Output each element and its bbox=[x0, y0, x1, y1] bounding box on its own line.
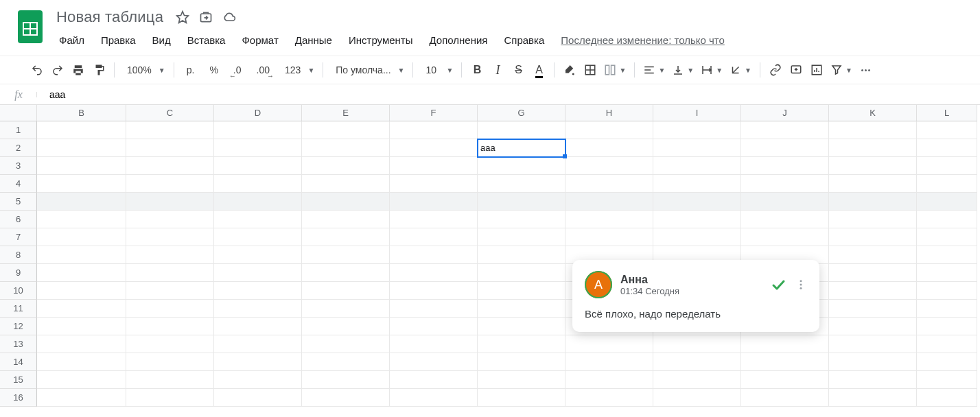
vertical-align-dropdown[interactable]: ▼ bbox=[669, 60, 697, 80]
cell[interactable] bbox=[302, 371, 390, 389]
cell[interactable] bbox=[653, 228, 741, 246]
filter-dropdown[interactable]: ▼ bbox=[828, 60, 855, 80]
resolve-comment-icon[interactable] bbox=[770, 276, 786, 293]
cell[interactable] bbox=[917, 157, 977, 175]
row-header[interactable]: 4 bbox=[0, 175, 37, 193]
cell[interactable] bbox=[214, 211, 302, 228]
cell[interactable] bbox=[565, 335, 653, 353]
cell[interactable] bbox=[390, 353, 478, 371]
cell[interactable] bbox=[390, 318, 478, 335]
cell[interactable] bbox=[37, 139, 126, 157]
row-header[interactable]: 3 bbox=[0, 157, 37, 175]
cell[interactable] bbox=[741, 121, 829, 139]
cell[interactable] bbox=[302, 335, 390, 353]
cell[interactable] bbox=[37, 264, 126, 282]
print-icon[interactable] bbox=[69, 60, 88, 80]
cell[interactable] bbox=[302, 157, 390, 175]
cell[interactable] bbox=[917, 282, 977, 300]
cell[interactable] bbox=[37, 175, 126, 193]
cell[interactable] bbox=[917, 335, 977, 353]
cell[interactable] bbox=[917, 246, 977, 264]
column-header[interactable]: E bbox=[302, 105, 390, 121]
cell[interactable] bbox=[302, 318, 390, 335]
cell[interactable] bbox=[390, 282, 478, 300]
cloud-status-icon[interactable] bbox=[221, 9, 237, 25]
cell[interactable] bbox=[917, 139, 977, 157]
cell[interactable] bbox=[126, 228, 214, 246]
cell[interactable] bbox=[126, 193, 214, 211]
number-format-dropdown[interactable]: 123▼ bbox=[278, 60, 317, 80]
column-header[interactable]: I bbox=[653, 105, 741, 121]
cell[interactable] bbox=[653, 175, 741, 193]
cell[interactable] bbox=[741, 228, 829, 246]
cell[interactable] bbox=[478, 211, 565, 228]
merge-cells-dropdown[interactable]: ▼ bbox=[601, 60, 629, 80]
cell[interactable] bbox=[565, 371, 653, 389]
cell[interactable] bbox=[37, 389, 126, 407]
cell[interactable] bbox=[390, 300, 478, 318]
cell[interactable] bbox=[565, 157, 653, 175]
cell[interactable] bbox=[741, 139, 829, 157]
cell[interactable] bbox=[214, 121, 302, 139]
cell[interactable] bbox=[829, 211, 917, 228]
cell[interactable] bbox=[565, 228, 653, 246]
insert-link-icon[interactable] bbox=[766, 60, 785, 80]
menu-view[interactable]: Вид bbox=[145, 30, 178, 50]
cell[interactable] bbox=[126, 157, 214, 175]
column-header[interactable]: F bbox=[390, 105, 478, 121]
menu-help[interactable]: Справка bbox=[497, 30, 551, 50]
strikethrough-button[interactable]: S bbox=[509, 60, 528, 80]
cell[interactable] bbox=[302, 389, 390, 407]
cell[interactable] bbox=[478, 228, 565, 246]
cell[interactable] bbox=[390, 175, 478, 193]
cell[interactable] bbox=[565, 353, 653, 371]
cell[interactable] bbox=[390, 335, 478, 353]
cell[interactable] bbox=[829, 371, 917, 389]
cell[interactable] bbox=[126, 300, 214, 318]
cell[interactable] bbox=[390, 139, 478, 157]
cell[interactable] bbox=[917, 211, 977, 228]
percent-button[interactable]: % bbox=[202, 60, 224, 80]
menu-file[interactable]: Файл bbox=[52, 30, 91, 50]
cell[interactable] bbox=[37, 246, 126, 264]
cell[interactable] bbox=[302, 353, 390, 371]
cell[interactable] bbox=[126, 211, 214, 228]
cell[interactable] bbox=[478, 282, 565, 300]
cell[interactable] bbox=[478, 193, 565, 211]
cell[interactable] bbox=[37, 121, 126, 139]
zoom-dropdown[interactable]: 100%▼ bbox=[120, 60, 168, 80]
cell[interactable] bbox=[829, 193, 917, 211]
row-header[interactable]: 13 bbox=[0, 335, 37, 353]
cell[interactable] bbox=[565, 121, 653, 139]
cell[interactable] bbox=[653, 389, 741, 407]
cell[interactable] bbox=[653, 371, 741, 389]
cell[interactable] bbox=[917, 228, 977, 246]
cell[interactable] bbox=[829, 175, 917, 193]
cell[interactable] bbox=[478, 371, 565, 389]
cell[interactable] bbox=[741, 175, 829, 193]
cell[interactable] bbox=[653, 211, 741, 228]
cell[interactable] bbox=[302, 175, 390, 193]
menu-edit[interactable]: Правка bbox=[94, 30, 143, 50]
cell[interactable] bbox=[829, 353, 917, 371]
column-header[interactable]: H bbox=[565, 105, 653, 121]
insert-comment-icon[interactable] bbox=[786, 60, 806, 80]
column-header[interactable]: J bbox=[741, 105, 829, 121]
cell[interactable] bbox=[478, 246, 565, 264]
cell[interactable] bbox=[126, 264, 214, 282]
cell[interactable] bbox=[37, 211, 126, 228]
row-header[interactable]: 16 bbox=[0, 389, 37, 407]
cell[interactable] bbox=[829, 389, 917, 407]
menu-format[interactable]: Формат bbox=[235, 30, 285, 50]
column-header[interactable]: L bbox=[917, 105, 977, 121]
row-header[interactable]: 10 bbox=[0, 282, 37, 300]
comment-menu-icon[interactable] bbox=[795, 278, 807, 291]
cell[interactable] bbox=[565, 389, 653, 407]
last-edit-link[interactable]: Последнее изменение: только что bbox=[554, 30, 732, 50]
cell[interactable] bbox=[126, 353, 214, 371]
cell[interactable] bbox=[390, 371, 478, 389]
cell[interactable] bbox=[214, 193, 302, 211]
cell[interactable] bbox=[829, 318, 917, 335]
cell[interactable] bbox=[478, 318, 565, 335]
italic-button[interactable]: I bbox=[488, 60, 507, 80]
